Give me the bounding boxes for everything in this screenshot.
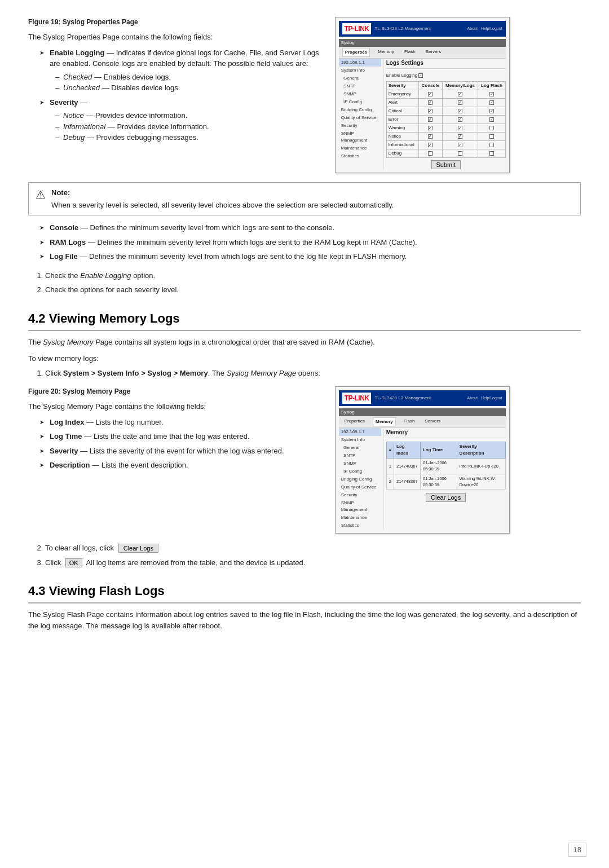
col-log-index: Log Index bbox=[394, 442, 421, 459]
cb-notice-flash[interactable] bbox=[489, 134, 494, 139]
cb-notice-memory[interactable] bbox=[458, 134, 462, 139]
sidebar2-sntp: SNTP bbox=[339, 452, 381, 460]
section42-steps-post: To clear all logs, click Clear Logs Clic… bbox=[45, 543, 581, 568]
log-time-1: 01-Jan-2006 05:30:39 bbox=[420, 459, 457, 474]
sidebar2-general: General bbox=[339, 444, 381, 452]
fig20-desc: The Syslog Memory Page contains the foll… bbox=[28, 401, 324, 412]
log-file-desc-item: Log File — Defines the minimum severity … bbox=[39, 251, 581, 262]
fig19-desc: The Syslog Properties Page contains the … bbox=[28, 32, 324, 43]
clear-logs-button[interactable]: Clear Logs bbox=[118, 544, 158, 553]
severity-values: Notice — Provides device information. In… bbox=[55, 110, 324, 143]
props-steps: Check the Enable Logging option. Check t… bbox=[45, 270, 581, 296]
sidebar2-statistics: Statistics bbox=[339, 522, 381, 530]
cb-debug-memory[interactable] bbox=[458, 151, 462, 156]
device1-header: TP-LINK TL-SL3428 L2 Management About He… bbox=[339, 21, 506, 37]
table-row: Critical bbox=[386, 107, 505, 116]
tplink-logo1: TP-LINK bbox=[342, 23, 372, 34]
cb-debug-flash[interactable] bbox=[489, 151, 494, 156]
cb-info-flash[interactable] bbox=[489, 143, 494, 147]
tab-memory1[interactable]: Memory bbox=[376, 48, 396, 57]
sidebar2-bridging: Bridging Config bbox=[339, 475, 381, 483]
device2-sidebar-items: 192.168.1.1 System Info General SNTP SNM… bbox=[339, 428, 381, 530]
log-index-1: 214748367 bbox=[394, 459, 421, 474]
severity-col-header: Severity bbox=[386, 82, 418, 90]
severity-name: Notice bbox=[386, 133, 418, 141]
cb-alert-memory[interactable] bbox=[458, 100, 462, 105]
enable-logging-checkbox[interactable] bbox=[418, 73, 423, 78]
sidebar-snmp-mgmt: SNMP Management bbox=[339, 130, 381, 144]
sidebar-system-info: System Info bbox=[339, 67, 381, 74]
sidebar-security: Security bbox=[339, 122, 381, 130]
cb-critical-memory[interactable] bbox=[458, 109, 462, 113]
tab-flash1[interactable]: Flash bbox=[402, 48, 418, 57]
severity-name: Warning bbox=[386, 124, 418, 133]
cb-warning-memory[interactable] bbox=[458, 126, 462, 130]
device1-enable-logging: Enable Logging bbox=[386, 72, 506, 79]
severity-name: Critical bbox=[386, 107, 418, 116]
debug-item: Debug — Provides debugging messages. bbox=[55, 132, 324, 143]
cb-notice-console[interactable] bbox=[428, 134, 433, 139]
cb-error-flash[interactable] bbox=[489, 117, 494, 122]
cb-critical-flash[interactable] bbox=[489, 109, 494, 113]
cb-error-memory[interactable] bbox=[458, 117, 462, 122]
device2-clear-logs-btn[interactable]: Clear Logs bbox=[426, 493, 466, 502]
sidebar2-security: Security bbox=[339, 491, 381, 499]
device1-submit-btn[interactable]: Submit bbox=[431, 160, 461, 169]
section42-to-view: To view memory logs: bbox=[28, 353, 581, 364]
cb-emergency-flash[interactable] bbox=[489, 92, 494, 96]
device1-main: Logs Settings Enable Logging Severity Co… bbox=[386, 59, 506, 169]
sidebar-general: General bbox=[339, 74, 381, 82]
props-step2: Check the Enable Logging option. bbox=[45, 270, 581, 281]
device2-header: TP-LINK TL-SL3428 L2 Management About He… bbox=[339, 390, 506, 406]
severity-name: Error bbox=[386, 116, 418, 124]
sidebar-statistics: Statistics bbox=[339, 152, 381, 160]
cb-critical-console[interactable] bbox=[428, 109, 433, 113]
tab-flash2[interactable]: Flash bbox=[401, 417, 417, 426]
cb-emergency-memory[interactable] bbox=[458, 92, 462, 96]
device2-screenshot: TP-LINK TL-SL3428 L2 Management About He… bbox=[335, 386, 510, 534]
cb-alert-console[interactable] bbox=[428, 100, 433, 105]
cb-warning-console[interactable] bbox=[428, 126, 433, 130]
note-box: ⚠ Note: When a severity level is selecte… bbox=[28, 182, 581, 215]
device2-product: TL-SL3428 L2 Management bbox=[374, 395, 431, 402]
tab-properties1[interactable]: Properties bbox=[342, 48, 370, 57]
sidebar2-ip: 192.168.1.1 bbox=[339, 428, 381, 436]
console-desc-item: Console — Defines the minimum severity l… bbox=[39, 222, 581, 233]
sidebar2-ip-config: IP Config bbox=[339, 468, 381, 475]
tab-memory2[interactable]: Memory bbox=[373, 417, 396, 426]
cb-info-console[interactable] bbox=[428, 143, 433, 147]
tab-servers1[interactable]: Servers bbox=[423, 48, 444, 57]
ok-button[interactable]: OK bbox=[65, 558, 82, 567]
col-num: # bbox=[386, 442, 394, 459]
sidebar-snmp1: SNMP bbox=[339, 90, 381, 98]
severity-item: Severity — Notice — Provides device info… bbox=[39, 97, 324, 143]
cb-alert-flash[interactable] bbox=[489, 100, 494, 105]
device1-logs-title: Logs Settings bbox=[386, 59, 506, 69]
device1-product: TL-SL3428 L2 Management bbox=[374, 25, 431, 32]
section43-title: 4.3 Viewing Flash Logs bbox=[28, 581, 581, 603]
fig20-section: Figure 20: Syslog Memory Page The Syslog… bbox=[28, 386, 581, 534]
cb-error-console[interactable] bbox=[428, 117, 433, 122]
severity-name: Debug bbox=[386, 149, 418, 158]
tab-properties2[interactable]: Properties bbox=[342, 417, 367, 426]
cb-debug-console[interactable] bbox=[428, 151, 433, 156]
log-row-2: 2 214748367 01-Jan-2006 05:30:39 Warning… bbox=[386, 474, 505, 490]
cb-info-memory[interactable] bbox=[458, 143, 462, 147]
fig20-screenshot: TP-LINK TL-SL3428 L2 Management About He… bbox=[335, 386, 581, 534]
sidebar-bridging: Bridging Config bbox=[339, 106, 381, 114]
table-row: Informational bbox=[386, 141, 505, 149]
fig19-screenshot: TP-LINK TL-SL3428 L2 Management About He… bbox=[335, 17, 581, 173]
tab-servers2[interactable]: Servers bbox=[422, 417, 443, 426]
device1-syslog: Syslog bbox=[339, 39, 506, 47]
device2-memory-title: Memory bbox=[386, 428, 506, 438]
device2-main: Memory # Log Index Log Time Severity Des… bbox=[386, 428, 506, 530]
section42-step3: Click OK All log items are removed from … bbox=[45, 557, 581, 569]
severity-name: Alert bbox=[386, 99, 418, 107]
sidebar2-maintenance: Maintenance bbox=[339, 514, 381, 522]
device2-help: Help/Logout bbox=[481, 395, 502, 402]
section42-step2: To clear all logs, click Clear Logs bbox=[45, 543, 581, 554]
sidebar-maintenance: Maintenance bbox=[339, 144, 381, 152]
section42-steps-pre: Click System > System Info > Syslog > Me… bbox=[45, 368, 581, 379]
cb-emergency-console[interactable] bbox=[428, 92, 433, 96]
cb-warning-flash[interactable] bbox=[489, 126, 494, 130]
